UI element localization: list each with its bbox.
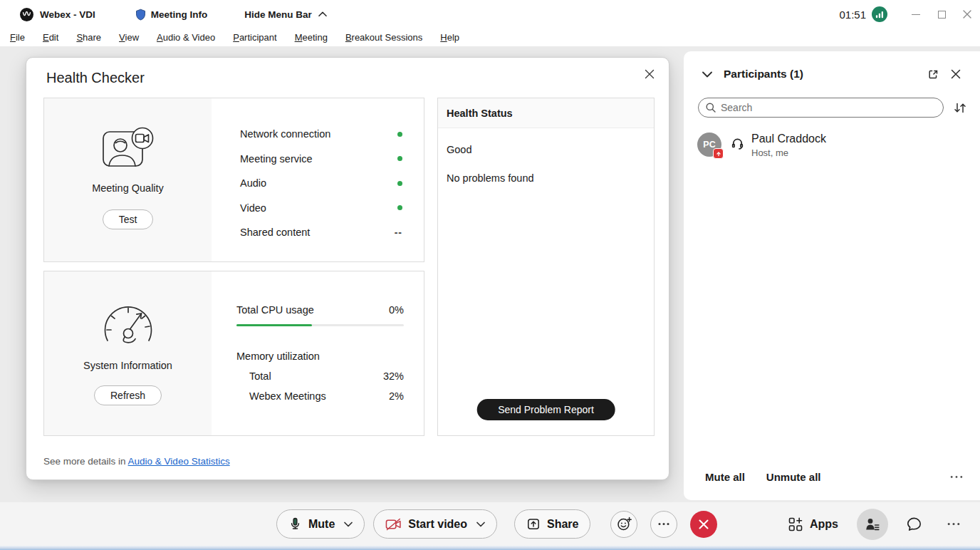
presenter-badge-icon [713,148,724,159]
memory-webex-row: Webex Meetings 2% [236,390,404,402]
emoji-plus-icon [616,517,632,532]
menu-edit[interactable]: Edit [43,32,58,43]
menu-meeting[interactable]: Meeting [295,32,328,43]
cpu-usage-value: 0% [389,304,404,316]
search-icon [705,102,716,113]
memory-total-label: Total [249,370,271,382]
health-status-value: Good [447,144,654,155]
mute-all-button[interactable]: Mute all [705,471,745,483]
meeting-quality-icon [101,125,155,171]
participants-title: Participants (1) [724,68,803,81]
participant-row[interactable]: PC Paul Craddock Host, me [684,130,980,161]
meeting-info-label: Meeting Info [151,9,208,20]
minimize-button[interactable] [903,0,929,28]
more-options-button[interactable] [650,511,677,538]
apps-label: Apps [810,518,838,531]
dialog-close-button[interactable] [640,65,659,83]
app-title: Webex - VDI [40,9,95,20]
menu-view[interactable]: View [119,32,139,43]
status-label: Network connection [240,128,330,140]
health-status-detail: No problems found [447,172,654,184]
apps-button[interactable]: Apps [788,517,838,532]
menu-help[interactable]: Help [440,32,459,43]
share-button[interactable]: Share [514,509,590,539]
popout-icon[interactable] [924,66,942,83]
reactions-button[interactable] [610,511,637,538]
status-good-dot [397,205,402,210]
status-good-dot [397,156,402,161]
cpu-progress-fill [236,324,312,326]
memory-webex-value: 2% [389,390,404,402]
health-status-header: Health Status [438,98,654,128]
mute-button[interactable]: Mute [276,509,365,539]
webex-logo-icon [20,8,33,21]
test-button[interactable]: Test [103,209,154,229]
window-close-button[interactable] [954,0,980,28]
maximize-button[interactable] [929,0,954,28]
hide-menu-bar-label: Hide Menu Bar [244,9,312,20]
sort-icon[interactable] [950,98,970,118]
overflow-menu-button[interactable] [947,522,960,526]
status-list: Network connection Meeting service Audio… [212,98,424,245]
send-problem-report-button[interactable]: Send Problem Report [476,399,615,420]
refresh-button[interactable]: Refresh [94,385,162,405]
mute-chevron-down-icon[interactable] [344,522,353,527]
apps-grid-icon [788,517,803,532]
participant-role: Host, me [751,147,826,158]
video-off-icon [385,518,402,531]
status-good-dot [397,132,402,137]
memory-total-row: Total 32% [236,370,404,382]
share-label: Share [547,518,578,531]
meeting-quality-card: Meeting Quality Test Network connection … [43,98,424,262]
hide-menu-bar-button[interactable]: Hide Menu Bar [244,9,327,20]
chat-button[interactable] [905,516,923,533]
cpu-usage-row: Total CPU usage 0% [236,304,404,316]
health-status-panel: Health Status Good No problems found Sen… [437,98,655,436]
status-label: Shared content [240,227,310,238]
system-information-card: System Information Refresh Total CPU usa… [43,271,424,436]
cpu-usage-label: Total CPU usage [236,304,314,316]
unmute-all-button[interactable]: Unmute all [766,471,821,483]
headset-icon [731,137,744,150]
menu-file[interactable]: File [10,32,25,43]
participants-search-input[interactable] [698,98,944,118]
status-value: -- [395,227,402,238]
microphone-icon [288,517,302,531]
start-video-label: Start video [408,518,467,531]
share-icon [526,517,541,531]
audio-video-statistics-link[interactable]: Audio & Video Statistics [128,456,230,467]
cpu-progress-bar [236,324,404,326]
meeting-quality-label: Meeting Quality [92,182,164,194]
video-chevron-down-icon[interactable] [476,522,485,527]
meeting-info-button[interactable]: Meeting Info [135,9,208,21]
status-row-meeting-service: Meeting service [240,147,402,172]
collapse-chevron-down-icon[interactable] [699,66,716,83]
participant-avatar: PC [697,133,721,157]
participant-name: Paul Craddock [751,133,826,145]
system-information-label: System Information [83,360,172,371]
memory-utilization-label: Memory utilization [236,351,404,362]
dialog-title: Health Checker [46,70,145,86]
leave-meeting-button[interactable] [690,511,717,538]
status-good-dot [397,181,402,186]
mute-label: Mute [308,518,335,531]
participants-more-options-icon[interactable] [950,475,963,479]
meeting-info-shield-icon [135,9,146,21]
system-gauge-icon [98,297,159,348]
status-label: Audio [240,177,266,189]
menu-share[interactable]: Share [76,32,101,43]
menu-participant[interactable]: Participant [233,32,276,43]
dialog-footer: See more details in Audio & Video Statis… [43,456,230,467]
start-video-button[interactable]: Start video [373,509,497,539]
participants-panel: Participants (1) PC [684,51,980,500]
status-row-audio: Audio [240,171,402,196]
participants-list-icon [865,517,880,532]
participants-toggle-button[interactable] [857,509,888,540]
connection-quality-icon[interactable] [872,6,887,22]
menu-breakout-sessions[interactable]: Breakout Sessions [345,32,422,43]
menu-audio-video[interactable]: Audio & Video [157,32,215,43]
footer-text: See more details in [43,456,128,467]
status-label: Video [240,202,266,214]
panel-close-icon[interactable] [947,66,964,83]
chevron-up-icon [318,11,327,17]
